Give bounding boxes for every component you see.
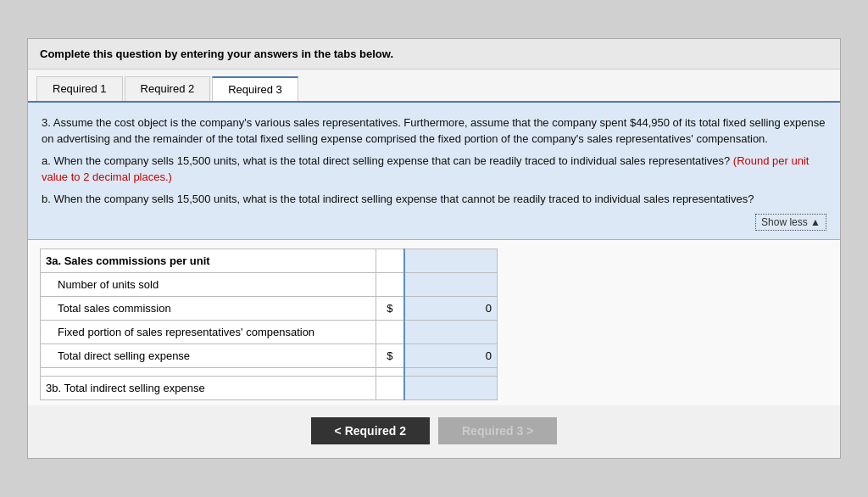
row-units-prefix <box>376 273 404 297</box>
instruction-bar: Complete this question by entering your … <box>28 39 840 70</box>
line-a-red: (Round per unit value to 2 decimal place… <box>42 154 809 184</box>
table-row: 3a. Sales commissions per unit <box>41 249 498 273</box>
prev-button[interactable]: < Required 2 <box>311 417 430 444</box>
show-less-area: Show less ▲ <box>42 214 826 231</box>
nav-buttons: < Required 2 Required 3 > <box>28 405 840 458</box>
table-row: Fixed portion of sales representatives' … <box>41 321 498 344</box>
tab-required-2[interactable]: Required 2 <box>125 76 211 101</box>
spacer-row <box>41 368 498 377</box>
table-row: Total sales commission $ 0 <box>41 297 498 321</box>
row-units-label: Number of units sold <box>41 273 376 297</box>
spacer-prefix <box>376 368 404 377</box>
row-fixed-label: Fixed portion of sales representatives' … <box>41 321 376 344</box>
row-fixed-input[interactable] <box>410 326 484 338</box>
row-3a-prefix <box>376 249 404 273</box>
row-3b-label: 3b. Total indirect selling expense <box>41 377 376 400</box>
table-area: 3a. Sales commissions per unit Number of… <box>28 240 840 405</box>
tab-required-1[interactable]: Required 1 <box>36 76 123 101</box>
row-fixed-input-cell[interactable] <box>404 321 498 344</box>
row-total-direct-prefix: $ <box>376 344 404 368</box>
row-total-commission-label: Total sales commission <box>41 297 376 321</box>
row-3a-input-cell[interactable] <box>404 249 498 273</box>
answer-table: 3a. Sales commissions per unit Number of… <box>40 248 498 400</box>
table-row: Number of units sold <box>41 273 498 297</box>
row-fixed-prefix <box>376 321 404 344</box>
row-3a-input[interactable] <box>410 254 484 267</box>
table-row: 3b. Total indirect selling expense <box>41 377 498 400</box>
row-units-input[interactable] <box>410 278 484 291</box>
spacer-label <box>41 368 376 377</box>
line-b: b. When the company sells 15,500 units, … <box>42 191 826 208</box>
tab-required-3[interactable]: Required 3 <box>212 76 298 101</box>
row-3b-input-cell[interactable] <box>404 377 498 400</box>
row-total-commission-value: 0 <box>404 297 498 321</box>
row-3b-prefix <box>376 377 404 400</box>
show-less-button[interactable]: Show less ▲ <box>755 214 826 231</box>
spacer-input-cell <box>404 368 498 377</box>
row-3b-input[interactable] <box>410 382 484 394</box>
row-3a-section-label: 3a. Sales commissions per unit <box>41 249 376 273</box>
row-units-input-cell[interactable] <box>404 273 498 297</box>
main-container: Complete this question by entering your … <box>27 38 841 460</box>
next-button: Required 3 > <box>438 417 557 444</box>
instruction-text: Complete this question by entering your … <box>40 47 393 60</box>
content-area: 3. Assume the cost object is the company… <box>28 103 840 241</box>
tabs-row: Required 1 Required 2 Required 3 <box>28 70 840 103</box>
question-text: 3. Assume the cost object is the company… <box>42 114 826 208</box>
row-total-commission-prefix: $ <box>376 297 404 321</box>
row-total-direct-value: 0 <box>404 344 498 368</box>
table-row: Total direct selling expense $ 0 <box>41 344 498 368</box>
paragraph1: 3. Assume the cost object is the company… <box>42 114 826 148</box>
row-total-direct-label: Total direct selling expense <box>41 344 376 368</box>
line-a: a. When the company sells 15,500 units, … <box>42 153 826 186</box>
